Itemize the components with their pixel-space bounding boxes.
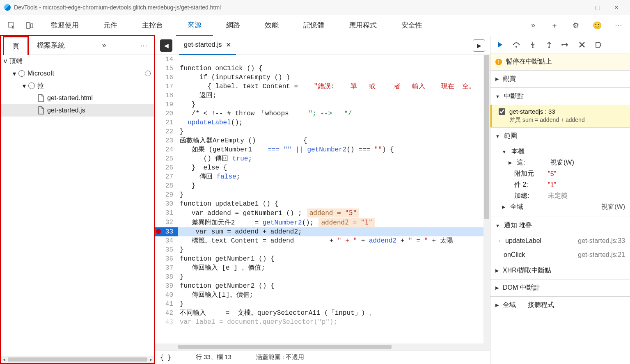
toggle-debugger-icon[interactable]: ▶ [473, 39, 485, 52]
scope-sum: 加總:未定義 [502, 190, 625, 201]
file-icon [37, 94, 45, 103]
tab-console[interactable]: 主控台 [131, 15, 174, 36]
tab-performance[interactable]: 效能 [253, 15, 290, 36]
tab-application[interactable]: 應用程式 [337, 15, 388, 36]
debugger-toolbar [490, 36, 630, 53]
breakpoint-detail: 差異 sum = addend + addend [509, 117, 625, 124]
file-tree: v頂端 ▾Microsoft ▾拉 get-started.html get-s… [1, 55, 154, 356]
navigator-panel: 頁 檔案系統 » ⋯ v頂端 ▾Microsoft ▾拉 get-started… [0, 36, 155, 364]
tab-memory[interactable]: 記憶體 [292, 15, 336, 36]
code-editor[interactable]: 14 15function onC1ick () { 16 if (inputs… [155, 55, 490, 343]
editor-file-tab-label: get-started.js [184, 41, 222, 48]
breakpoint-item[interactable]: get-startedjs : 33 差異 sum = addend + add… [490, 105, 630, 127]
breakpoint-marker[interactable] [156, 229, 161, 234]
inline-hint-addend: addend = "5" [307, 208, 360, 217]
resume-icon[interactable] [495, 40, 504, 49]
nav-tab-page[interactable]: 頁 [3, 36, 29, 55]
tree-file-html[interactable]: get-started.html [1, 92, 154, 104]
tree-domain[interactable]: ▾Microsoft [1, 67, 154, 80]
deactivate-breakpoints-icon[interactable] [577, 40, 586, 49]
warning-icon: ! [495, 59, 502, 65]
tab-security[interactable]: 安全性 [390, 15, 434, 36]
navigator-tabs: 頁 檔案系統 » ⋯ [1, 36, 154, 55]
svg-point-5 [548, 46, 550, 48]
step-out-icon[interactable] [545, 40, 554, 49]
window-titlebar: DevTools - microsoft-edge-chromium-devto… [0, 0, 630, 15]
more-tabs-icon[interactable]: » [525, 17, 541, 34]
tab-network[interactable]: 網路 [215, 15, 252, 36]
section-watch[interactable]: ▶觀賞 [490, 71, 630, 87]
gear-icon[interactable]: ⚙ [568, 17, 584, 34]
pause-on-exceptions-icon[interactable] [594, 40, 603, 49]
tab-elements[interactable]: 元件 [92, 15, 129, 36]
pretty-print-icon[interactable]: { } [160, 354, 171, 361]
tree-file-js-label: get-started.js [47, 107, 85, 114]
step-into-icon[interactable] [528, 40, 537, 49]
breakpoint-label: get-startedjs : 33 [509, 108, 555, 115]
svg-point-4 [532, 46, 534, 48]
scope-this[interactable]: ▶這:視窗(W) [502, 157, 625, 168]
coverage-status: 涵蓋範圍 : 不適用 [256, 353, 305, 361]
paused-text: 暫停在中斷點上 [506, 57, 552, 66]
paused-banner: ! 暫停在中斷點上 [490, 53, 630, 70]
section-breakpoints[interactable]: ▼中斷點 [490, 88, 630, 105]
inspect-icon[interactable] [3, 17, 20, 34]
tree-top-label: 頂端 [9, 57, 23, 66]
tree-folder[interactable]: ▾拉 [1, 80, 154, 92]
tab-welcome[interactable]: 歡迎使用 [39, 15, 90, 36]
file-icon [37, 106, 45, 115]
scope-addend2: 件 2:"1" [502, 179, 625, 190]
feedback-icon[interactable]: 🙂 [589, 17, 605, 34]
maximize-button[interactable]: ▢ [588, 4, 607, 11]
nav-kebab-icon[interactable]: ⋯ [135, 41, 152, 50]
nav-more-icon[interactable]: » [97, 41, 111, 50]
callstack-frame-current[interactable]: updateLabelget-started.js:33 [490, 234, 630, 248]
tab-sources[interactable]: 來源 [176, 15, 213, 36]
plus-icon[interactable]: ＋ [546, 17, 563, 34]
close-tab-icon[interactable]: ✕ [226, 41, 231, 49]
scope-addend: 附加元"5" [502, 168, 625, 179]
section-callstack[interactable]: ▼通知 堆疊 [490, 217, 630, 234]
tree-folder-label: 拉 [37, 82, 44, 90]
device-toggle-icon[interactable] [21, 17, 38, 34]
callstack-frame[interactable]: onClickget-started.js:21 [490, 248, 630, 262]
current-execution-line: 33 var sum = addend + addend2; [155, 227, 490, 236]
inline-hint-addend2: addend2 = "1" [318, 218, 375, 227]
editor-panel: ◀ get-started.js ✕ ▶ 14 15function onC1i… [155, 36, 490, 364]
svg-point-6 [561, 44, 563, 46]
minimize-button[interactable]: — [569, 4, 588, 11]
tree-file-html-label: get-started.html [47, 94, 93, 102]
app-logo [4, 4, 11, 11]
cursor-position: 行 33、欄 13 [196, 353, 231, 361]
editor-file-tab[interactable]: get-started.js ✕ [179, 36, 236, 55]
nav-tab-filesystem[interactable]: 檔案系統 [29, 36, 73, 55]
window-title: DevTools - microsoft-edge-chromium-devto… [14, 4, 221, 11]
step-over-icon[interactable] [512, 40, 521, 49]
section-global-listeners[interactable]: ▶全域 接聽程式 [490, 297, 630, 314]
close-button[interactable]: ✕ [607, 4, 626, 11]
scope-global[interactable]: ▶全域視窗(W) [502, 201, 625, 213]
section-scope[interactable]: ▼範圍 [490, 128, 630, 144]
step-icon[interactable] [561, 40, 570, 49]
tree-file-js[interactable]: get-started.js [1, 104, 154, 117]
debugger-panel: ! 暫停在中斷點上 ▶觀賞 ▼中斷點 get-startedjs : 33 差異… [490, 36, 630, 364]
editor-vertical-scrollbar[interactable] [483, 55, 490, 343]
scope-local[interactable]: ▼本機 [502, 146, 625, 157]
svg-point-3 [515, 46, 517, 48]
editor-statusbar: { } 行 33、欄 13 涵蓋範圍 : 不適用 [155, 350, 490, 364]
devtools-tabbar: 歡迎使用 元件 主控台 來源 網路 效能 記憶體 應用程式 安全性 » ＋ ⚙ … [0, 15, 630, 36]
section-dom-breakpoints[interactable]: ▶DOM 中斷點 [490, 279, 630, 296]
tree-domain-label: Microsoft [27, 70, 54, 77]
svg-rect-1 [26, 23, 30, 28]
editor-horizontal-scrollbar[interactable] [155, 343, 490, 350]
workarea: 頁 檔案系統 » ⋯ v頂端 ▾Microsoft ▾拉 get-started… [0, 36, 630, 364]
svg-rect-2 [30, 24, 33, 28]
tree-top[interactable]: v頂端 [1, 55, 154, 67]
tree-domain-badge [145, 71, 151, 76]
editor-tabbar: ◀ get-started.js ✕ ▶ [155, 36, 490, 55]
breakpoint-checkbox[interactable] [499, 108, 505, 115]
toggle-navigator-icon[interactable]: ◀ [160, 39, 172, 52]
nav-scrollbar[interactable]: ◂▸ [1, 356, 154, 363]
section-xhr-breakpoints[interactable]: ▶XHR/擷取中斷點 [490, 262, 630, 279]
kebab-icon[interactable]: ⋯ [610, 17, 627, 34]
